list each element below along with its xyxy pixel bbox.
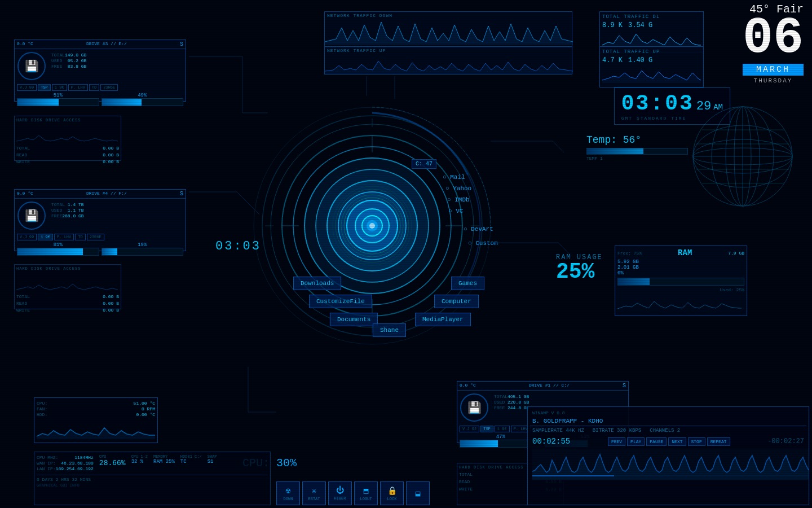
cpu-hdd-temp: 0.00 °C [136,412,155,417]
bottom-icons-row: ☢ DOWN ✳ RSTAT ⏻ HIBER ⬒ LOGUT 🔒 LOCK ⬓ [276,481,430,505]
icon-logout-label: LOGUT [360,497,372,501]
drive2-tab4[interactable]: TD [75,234,85,240]
drive1-tab4[interactable]: P. LHV [68,84,88,91]
center-time-display: 03:03 [215,239,261,253]
svg-marker-44 [37,428,155,439]
icon-down-label: DOWN [284,497,293,501]
cpu-usage-pct: 28.66% [99,459,126,467]
drive2-pct1: 81% [17,242,99,248]
btn-computer[interactable]: Computer [434,295,479,308]
drive3-header: 0.0 °C DRIVE #1 // C:/ S [457,382,628,391]
net-up-panel: NETWORK TRAFFIC UP [324,46,572,75]
winamp-time: 00:02:55 [532,437,570,446]
drive1-used: 65.2 GB [68,58,87,63]
winamp-channels: CHANNELS 2 [650,428,680,433]
weekday: THURSDAY [743,77,804,84]
btn-rstat[interactable]: ✳ RSTAT [302,481,326,505]
drive2-panel: 0.0 °C DRIVE #4 // F:/ S 💾 TOTAL1.4 TB U… [14,189,186,251]
drive3-used: 220.8 GB [508,400,529,405]
nav-imdb[interactable]: ○ IMDb [447,196,470,203]
net-down-panel: NETWORK TRAFFIC DOWN [324,11,572,48]
drive1-free: 83.8 GB [68,64,87,69]
btn-pause[interactable]: PAUSE [646,437,667,446]
hdd2-write: 0.00 B [103,308,119,313]
btn-prev[interactable]: PREV [608,437,625,446]
drive2-tab2[interactable]: 1 9€ [38,234,53,240]
winamp-time-remaining: -00:02:27 [767,437,804,445]
ram-usage-pct: 25% [556,261,603,283]
ram-used-label: Used: 25% [617,287,744,292]
nav-devart[interactable]: ○ DevArt [464,226,493,233]
cpu-temp: 51.00 °C [134,401,155,406]
ram-val1: 5.92 GB [617,259,744,265]
temp-value: Temp: 56° [586,134,641,146]
nav-vc[interactable]: ○ VC [448,208,463,214]
ram-total: 7.9 GB [728,251,744,256]
winamp-panel: WINAMP V 0.8 B. GOLDFRAPP - KDHO SAMPLER… [527,406,809,505]
nav-yahoo[interactable]: ○ Yahoo [445,185,471,192]
btn-next[interactable]: NEXT [668,437,686,446]
drive1-tab1[interactable]: V.J 99 [17,84,37,91]
btn-shane[interactable]: Shane [373,323,406,337]
drive3-tab1[interactable]: V.J 92 [460,426,479,432]
drive1-pct1: 51% [17,93,99,98]
svg-marker-14 [325,61,573,74]
btn-down[interactable]: ☢ DOWN [276,481,300,505]
btn-downloads[interactable]: Downloads [293,277,341,290]
cpu-label-small: CPU [99,454,126,459]
btn-logout[interactable]: ⬒ LOGUT [354,481,378,505]
ram-free-label: Free: 75% [617,251,642,256]
nav-custom[interactable]: ○ Custom [468,240,498,247]
drive1-tab6[interactable]: 23R6E [100,84,118,91]
hdd1-panel: HARD DISK DRIVE ACCESS TOTAL0.00 B READ0… [14,116,121,161]
ram-panel: Free: 75% RAM 7.9 GB 5.92 GB 2.01 GB 0% … [615,246,747,316]
hdd2-title: HARD DISK DRIVE ACCESS [16,266,119,271]
hdd1-read: 0.00 B [103,152,119,157]
btn-play[interactable]: PLAY [627,437,645,446]
drive2-tab5[interactable]: 23R6E [87,234,104,240]
drive1-tab3[interactable]: 1 9€ [52,84,67,91]
drive3-tab3[interactable]: 1 9€ [495,426,510,432]
drive2-tab1[interactable]: V.J 99 [17,234,37,240]
drive-c-label: C: 47 [412,159,436,169]
uptime: 0 DAYS 2 HRS 32 MINS [37,475,268,482]
drive2-free: 268.0 GB [62,213,83,218]
graphical-label: GRAPHICAL GUI INFO [37,483,268,488]
svg-point-30 [369,223,375,229]
sysinfo-panel: CPU MHZ:1184MHz WAN IP:46.23.68.180 LAN … [34,452,271,505]
drive1-tab5[interactable]: TD [89,84,99,91]
btn-lock[interactable]: 🔒 LOCK [380,481,404,505]
drive1-panel: 0.0 °C DRIVE #3 // E:/ S 💾 TOTAL149.0 GB… [14,40,186,102]
cpu-info-panel: CPU:51.00 °C FAN:0 RPM HDD:0.00 °C [34,397,158,443]
cpu-mhz: 1184MHz [74,455,94,460]
traffic-ul-panel: TOTAL TRAFFIC UP 4.7 K 1.40 G [599,46,704,87]
nav-mail[interactable]: ○ Mail [443,174,465,181]
btn-stop[interactable]: STOP [688,437,705,446]
btn-extra[interactable]: ⬓ [406,481,430,505]
total-ul-val1: 4.7 K [602,56,623,64]
winamp-samplerate: SAMPLERATE 44K HZ [532,428,584,433]
drive3-total: 465.1 GB [508,394,529,399]
net-up-title: NETWORK TRAFFIC UP [325,47,572,54]
drive1-tab2[interactable]: TSP [38,84,51,91]
drive1-icon: 💾 [17,52,46,80]
hdd2-panel: HARD DISK DRIVE ACCESS TOTAL0.00 B READ0… [14,264,121,309]
drive2-total: 1.4 TB [68,202,84,207]
drive2-pct2: 19% [102,242,184,248]
icon-hiber-label: HIBER [334,496,346,501]
hdd1-write: 0.00 B [103,159,119,164]
drive2-name: DRIVE #4 // F:/ [86,191,127,197]
btn-hiber[interactable]: ⏻ HIBER [328,481,352,505]
btn-customize-file[interactable]: CustomizeFile [309,295,372,308]
ram-val3: 0% [617,270,744,276]
drive2-tab3[interactable]: P. LHV [54,234,74,240]
hdd2-total: 0.00 B [103,294,119,299]
icon-rstat-label: RSTAT [308,497,320,501]
btn-games[interactable]: Games [451,277,484,290]
btn-documents[interactable]: Documents [330,313,378,326]
drive3-free: 244.8 GB [508,405,529,410]
btn-media-player[interactable]: MediaPlayer [415,313,471,326]
drive3-tab2[interactable]: TSP [480,426,493,432]
btn-repeat[interactable]: REPEAT [707,437,730,446]
drive3-icon: 💾 [460,393,488,422]
